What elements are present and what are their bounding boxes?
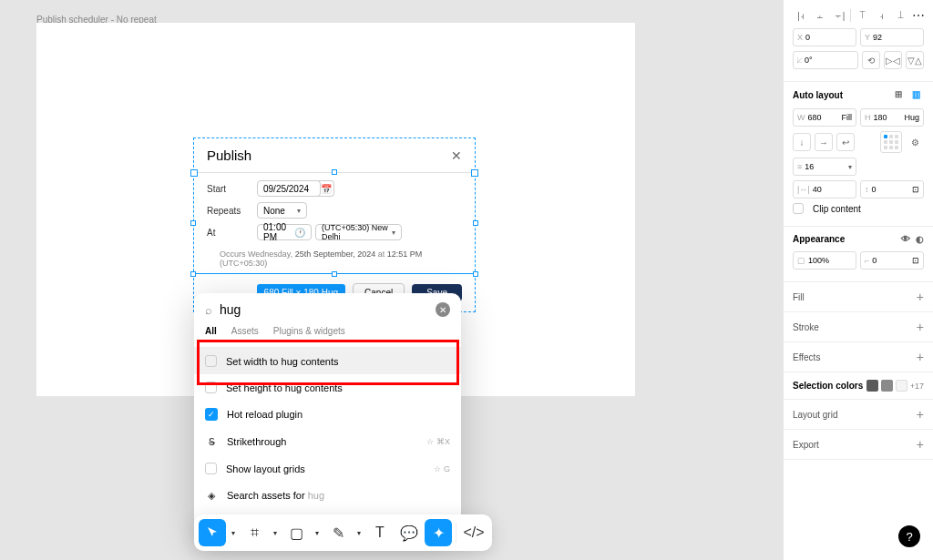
effects-section[interactable]: Effects+ — [784, 342, 933, 372]
individual-radius-icon[interactable]: ⊡ — [912, 256, 919, 265]
timezone-select[interactable]: (UTC+05:30) New Delhi▾ — [315, 224, 402, 240]
plus-icon: + — [917, 350, 924, 364]
width-input[interactable]: W680Fill — [793, 108, 856, 127]
visibility-icon[interactable]: 👁 — [901, 234, 910, 244]
stroke-section[interactable]: Stroke+ — [784, 312, 933, 342]
action-set-height-hug[interactable]: Set height to hug contents — [194, 374, 461, 401]
tab-assets[interactable]: Assets — [231, 326, 259, 340]
flip-h2-icon[interactable]: ▷◁ — [884, 51, 902, 69]
publish-modal-frame[interactable]: Publish ✕ Start 09/25/2024 📅 Repeats Non… — [193, 137, 476, 312]
radius-input[interactable]: ⌐0⊡ — [860, 251, 924, 270]
repeats-select[interactable]: None▾ — [257, 202, 307, 219]
checkbox-checked-icon: ✓ — [205, 408, 218, 421]
actions-tool[interactable]: ✦ — [425, 519, 452, 546]
selection-colors-section[interactable]: Selection colors +17 — [784, 372, 933, 400]
bottom-toolbar: ▾ ⌗ ▾ ▢ ▾ ✎ ▾ T 💬 ✦ </> — [194, 514, 492, 551]
publish-body-selected[interactable]: Start 09/25/2024 📅 Repeats None▾ At 01:0… — [194, 172, 475, 274]
quick-actions-panel: ⌕ ✕ All Assets Plugins & widgets Set wid… — [194, 293, 461, 536]
close-icon[interactable]: ✕ — [451, 148, 462, 163]
diamond-icon: ◈ — [205, 489, 218, 502]
move-tool-dropdown[interactable]: ▾ — [228, 519, 239, 546]
chevron-down-icon: ▾ — [297, 207, 301, 215]
frame-tool-dropdown[interactable]: ▾ — [270, 519, 281, 546]
publish-title: Publish — [207, 148, 251, 163]
repeats-label: Repeats — [207, 206, 257, 216]
comment-tool[interactable]: 💬 — [395, 519, 423, 546]
direction-down-icon[interactable]: ↓ — [793, 133, 811, 151]
empty-icon — [205, 382, 217, 393]
x-input[interactable]: X0 — [793, 28, 856, 46]
appearance-title: Appearance — [793, 234, 845, 244]
align-left-icon[interactable]: |⫞ — [793, 7, 809, 24]
plus-icon: + — [917, 290, 924, 304]
fill-section[interactable]: Fill+ — [784, 282, 933, 312]
gap-input[interactable]: ≡16▾ — [793, 158, 856, 176]
color-swatch[interactable] — [866, 380, 878, 392]
design-canvas[interactable]: Publish scheduler - No repeat Publish ✕ … — [0, 0, 783, 560]
alignment-grid[interactable] — [880, 131, 902, 153]
direction-wrap-icon[interactable]: ↩ — [836, 133, 855, 151]
layout-grid-section[interactable]: Layout grid+ — [784, 400, 933, 430]
blend-icon[interactable]: ◐ — [916, 234, 924, 244]
action-set-width-hug[interactable]: Set width to hug contents — [194, 348, 461, 374]
autolayout-settings-icon[interactable]: ⚙ — [906, 133, 924, 151]
empty-icon — [205, 463, 217, 474]
move-tool[interactable] — [199, 519, 226, 546]
height-input[interactable]: H180Hug — [860, 108, 924, 127]
clip-content-label: Clip content — [813, 204, 861, 214]
padding-h-input[interactable]: |↔|40 — [793, 180, 856, 199]
frame-tool[interactable]: ⌗ — [241, 519, 268, 546]
export-section[interactable]: Export+ — [784, 430, 933, 460]
text-tool[interactable]: T — [366, 519, 394, 546]
color-swatch[interactable] — [896, 380, 907, 392]
rotation-input[interactable]: ⟀0° — [793, 51, 858, 69]
action-search-assets[interactable]: ◈ Search assets for hug — [194, 482, 461, 509]
action-show-layout-grids[interactable]: Show layout grids ☆ G — [194, 455, 461, 482]
time-input[interactable]: 01:00 PM🕐 — [257, 224, 312, 240]
tab-plugins[interactable]: Plugins & widgets — [273, 326, 345, 340]
clear-search-icon[interactable]: ✕ — [436, 302, 450, 317]
align-center-h-icon[interactable]: ⫠ — [812, 7, 828, 24]
action-strikethrough[interactable]: S̶ Strikethrough ☆ ⌘X — [194, 428, 461, 455]
tab-all[interactable]: All — [205, 326, 217, 340]
pen-tool[interactable]: ✎ — [324, 519, 352, 546]
plus-icon: + — [917, 407, 924, 422]
align-center-v-icon[interactable]: ⫞ — [873, 7, 889, 24]
direction-right-icon[interactable]: → — [815, 133, 833, 151]
start-date-input[interactable]: 09/25/2024 — [257, 180, 321, 197]
plus-icon: + — [917, 437, 924, 452]
shape-tool-dropdown[interactable]: ▾ — [312, 519, 323, 546]
start-label: Start — [207, 184, 257, 194]
action-hot-reload[interactable]: ✓ Hot reload plugin — [194, 401, 461, 428]
dev-mode-toggle[interactable]: </> — [460, 519, 487, 546]
autolayout-vertical-icon[interactable]: ▥ — [912, 89, 924, 101]
pen-tool-dropdown[interactable]: ▾ — [354, 519, 364, 546]
strikethrough-icon: S̶ — [205, 435, 218, 448]
empty-icon — [205, 355, 217, 367]
individual-padding-icon[interactable]: ⊡ — [912, 185, 919, 194]
clock-icon: 🕐 — [294, 228, 305, 238]
calendar-icon[interactable]: 📅 — [318, 180, 334, 197]
wrap-icon[interactable]: ⊞ — [895, 89, 907, 101]
color-swatch[interactable] — [881, 380, 893, 392]
help-button[interactable]: ? — [898, 525, 920, 547]
padding-v-input[interactable]: ↕0⊡ — [860, 180, 924, 199]
search-icon: ⌕ — [205, 303, 212, 317]
quick-actions-search-input[interactable] — [220, 302, 428, 317]
opacity-input[interactable]: ▢100% — [793, 251, 856, 270]
y-input[interactable]: Y92 — [860, 28, 924, 46]
design-panel: |⫞ ⫠ ⫟| ⟙ ⫞ ⟘ ⋯ X0 Y92 ⟀0° ⟲ ▷◁ ▽△ Auto … — [783, 0, 933, 560]
align-right-icon[interactable]: ⫟| — [831, 7, 847, 24]
flip-v-icon[interactable]: ▽△ — [906, 51, 924, 69]
rectangle-tool[interactable]: ▢ — [282, 519, 310, 546]
occurs-text: Occurs Wednesday, 25th September, 2024 a… — [207, 246, 462, 271]
align-bottom-icon[interactable]: ⟘ — [892, 7, 908, 24]
align-top-icon[interactable]: ⟙ — [854, 7, 870, 24]
plus-icon: + — [917, 320, 924, 334]
flip-h-icon[interactable]: ⟲ — [862, 51, 880, 69]
autolayout-title: Auto layout — [793, 90, 843, 100]
clip-content-checkbox[interactable] — [793, 203, 804, 214]
chevron-down-icon: ▾ — [392, 229, 395, 237]
more-align-icon[interactable]: ⋯ — [912, 8, 924, 23]
at-label: At — [207, 228, 257, 238]
